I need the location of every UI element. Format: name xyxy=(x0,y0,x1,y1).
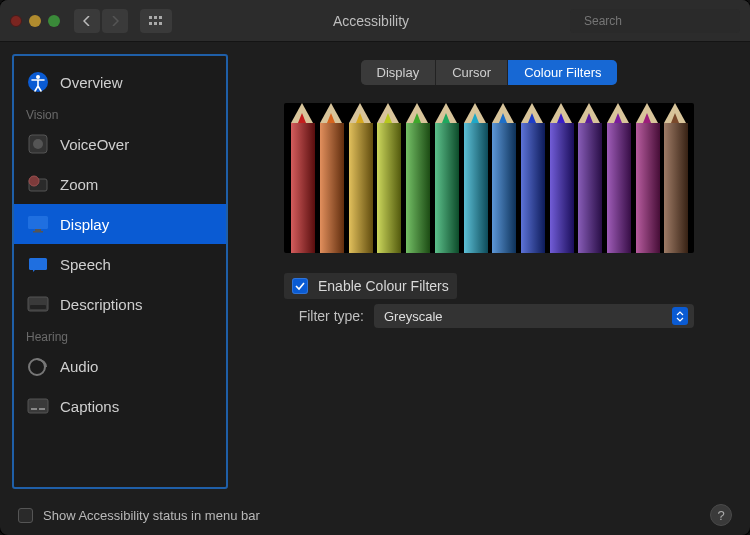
show-all-button[interactable] xyxy=(140,9,172,33)
descriptions-icon xyxy=(26,292,50,316)
statusbar-checkbox-row[interactable]: Show Accessibility status in menu bar xyxy=(18,508,260,523)
speech-icon xyxy=(26,252,50,276)
window-minimize-button[interactable] xyxy=(29,15,41,27)
tab-display[interactable]: Display xyxy=(361,60,437,85)
accessibility-window: Accessibility OverviewVisionVoiceOverZoo… xyxy=(0,0,750,535)
footer: Show Accessibility status in menu bar ? xyxy=(0,495,750,535)
controls-group: Enable Colour Filters Filter type: Greys… xyxy=(284,273,694,333)
filter-type-row: Filter type: Greyscale xyxy=(284,299,694,333)
filter-type-value: Greyscale xyxy=(384,309,443,324)
sidebar-item-voiceover[interactable]: VoiceOver xyxy=(14,124,226,164)
select-stepper-icon xyxy=(672,307,688,325)
sidebar-item-overview[interactable]: Overview xyxy=(14,62,226,102)
zoom-icon xyxy=(26,172,50,196)
enable-colour-filters-checkbox[interactable] xyxy=(292,278,308,294)
sidebar-item-speech[interactable]: Speech xyxy=(14,244,226,284)
voiceover-icon xyxy=(26,132,50,156)
svg-rect-16 xyxy=(33,231,43,233)
forward-button[interactable] xyxy=(102,9,128,33)
svg-point-11 xyxy=(33,139,43,149)
window-zoom-button[interactable] xyxy=(48,15,60,27)
nav-buttons xyxy=(74,9,128,33)
sidebar-item-zoom[interactable]: Zoom xyxy=(14,164,226,204)
svg-rect-5 xyxy=(159,22,162,25)
svg-rect-23 xyxy=(39,408,45,410)
pencil xyxy=(349,123,371,253)
display-icon xyxy=(26,212,50,236)
accessibility-icon xyxy=(26,70,50,94)
sidebar-item-label: Speech xyxy=(60,256,111,273)
sidebar-item-label: Zoom xyxy=(60,176,98,193)
svg-rect-15 xyxy=(35,229,41,231)
pencil xyxy=(664,123,686,253)
sidebar-item-label: Display xyxy=(60,216,109,233)
pencil xyxy=(636,123,658,253)
pencil xyxy=(435,123,457,253)
help-button[interactable]: ? xyxy=(710,504,732,526)
captions-icon xyxy=(26,394,50,418)
svg-rect-2 xyxy=(159,16,162,19)
svg-rect-22 xyxy=(31,408,37,410)
audio-icon xyxy=(26,354,50,378)
window-body: OverviewVisionVoiceOverZoomDisplaySpeech… xyxy=(0,42,750,495)
pencil xyxy=(521,123,543,253)
check-icon xyxy=(295,281,305,291)
svg-rect-0 xyxy=(149,16,152,19)
statusbar-checkbox[interactable] xyxy=(18,508,33,523)
search-field-wrap[interactable] xyxy=(570,9,740,33)
colour-preview xyxy=(284,103,694,253)
statusbar-label: Show Accessibility status in menu bar xyxy=(43,508,260,523)
tab-cursor[interactable]: Cursor xyxy=(436,60,508,85)
tab-colour-filters[interactable]: Colour Filters xyxy=(508,60,617,85)
svg-point-9 xyxy=(36,75,40,79)
sidebar-item-display[interactable]: Display xyxy=(14,204,226,244)
sidebar[interactable]: OverviewVisionVoiceOverZoomDisplaySpeech… xyxy=(12,54,228,489)
window-close-button[interactable] xyxy=(10,15,22,27)
pencil xyxy=(464,123,486,253)
sidebar-item-descriptions[interactable]: Descriptions xyxy=(14,284,226,324)
title-bar: Accessibility xyxy=(0,0,750,42)
svg-rect-17 xyxy=(29,258,47,270)
pencil xyxy=(377,123,399,253)
tab-group: DisplayCursorColour Filters xyxy=(361,60,618,85)
svg-rect-21 xyxy=(28,399,48,413)
sidebar-item-label: VoiceOver xyxy=(60,136,129,153)
enable-colour-filters-label: Enable Colour Filters xyxy=(318,278,449,294)
search-input[interactable] xyxy=(584,14,734,28)
svg-rect-3 xyxy=(149,22,152,25)
svg-rect-19 xyxy=(30,305,46,309)
sidebar-section-label: Hearing xyxy=(14,324,226,346)
pencil xyxy=(607,123,629,253)
sidebar-item-label: Overview xyxy=(60,74,123,91)
pencil xyxy=(406,123,428,253)
sidebar-item-label: Audio xyxy=(60,358,98,375)
svg-point-13 xyxy=(29,176,39,186)
window-traffic-lights xyxy=(10,15,60,27)
svg-rect-1 xyxy=(154,16,157,19)
sidebar-item-label: Captions xyxy=(60,398,119,415)
svg-rect-4 xyxy=(154,22,157,25)
sidebar-item-audio[interactable]: Audio xyxy=(14,346,226,386)
sidebar-section-label: Vision xyxy=(14,102,226,124)
sidebar-item-label: Descriptions xyxy=(60,296,143,313)
filter-type-select[interactable]: Greyscale xyxy=(374,304,694,328)
pencil xyxy=(492,123,514,253)
pencil xyxy=(291,123,313,253)
back-button[interactable] xyxy=(74,9,100,33)
pencil xyxy=(320,123,342,253)
filter-type-label: Filter type: xyxy=(284,308,364,324)
pencil xyxy=(550,123,572,253)
svg-rect-14 xyxy=(28,216,48,229)
window-title: Accessibility xyxy=(180,13,562,29)
sidebar-item-captions[interactable]: Captions xyxy=(14,386,226,426)
pencil xyxy=(578,123,600,253)
enable-colour-filters-row[interactable]: Enable Colour Filters xyxy=(284,273,457,299)
content-pane: DisplayCursorColour Filters Enable Colou… xyxy=(240,54,738,489)
